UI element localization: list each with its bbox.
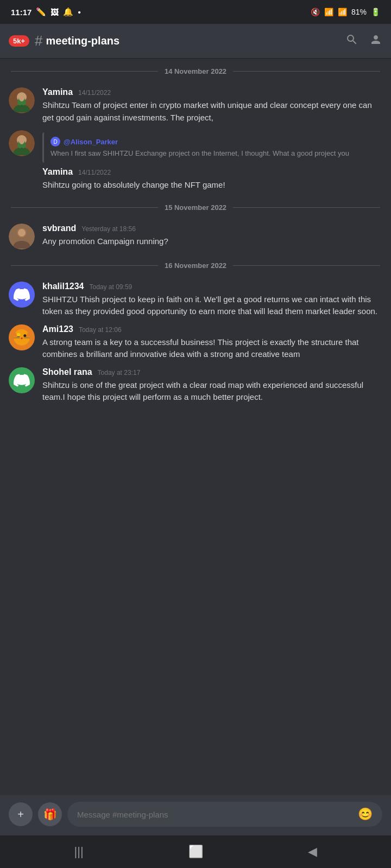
svg-point-6: [18, 229, 26, 237]
header-actions: [345, 33, 382, 49]
message-2-author: Yamina: [42, 167, 73, 177]
avatar-shohel: [9, 367, 35, 393]
message-6-author: Shohel rana: [42, 367, 92, 377]
reply-block: D @Alison_Parker When I first saw SHIHTZ…: [42, 132, 382, 163]
message-2-content: D @Alison_Parker When I first saw SHIHTZ…: [42, 130, 382, 192]
edit-icon: ✏️: [36, 7, 46, 17]
time-display: 11:17: [11, 8, 31, 17]
search-icon[interactable]: [345, 33, 358, 49]
message-3-author: svbrand: [42, 224, 76, 233]
message-5-text: A strong team is a key to a successful b…: [42, 336, 382, 361]
message-5-timestamp: Today at 12:06: [79, 326, 122, 334]
message-1-content: Yamina 14/11/2022 Shihtzu Team of projec…: [42, 87, 382, 124]
input-area: + 🎁 😊: [0, 795, 391, 835]
divider-line-left: [11, 71, 158, 72]
message-2-timestamp: 14/11/2022: [78, 169, 111, 176]
message-1-text: Shihtzu Team of project enter in crypto …: [42, 99, 382, 124]
message-3-timestamp: Yesterday at 18:56: [81, 225, 136, 233]
chat-area: 14 November 2022 Yamina 14/11/2022 Shiht…: [0, 59, 391, 795]
plus-icon: +: [17, 808, 24, 821]
avatar-khalil: [9, 282, 35, 308]
message-input-wrap[interactable]: 😊: [67, 802, 382, 827]
message-4-header: khalil1234 Today at 09:59: [42, 282, 382, 291]
date-divider-nov15: 15 November 2022: [0, 195, 391, 220]
message-5: Ami123 Today at 12:06 A strong team is a…: [0, 321, 391, 364]
message-6: Shohel rana Today at 23:17 Shihtzu is on…: [0, 364, 391, 407]
svg-point-12: [23, 334, 26, 337]
menu-nav-icon[interactable]: |||: [74, 845, 83, 859]
notification-badge: 5k+: [9, 35, 29, 47]
message-5-author: Ami123: [42, 324, 73, 334]
battery-display: 81%: [351, 8, 367, 16]
message-6-text: Shihtzu is one of the great project with…: [42, 379, 382, 404]
gift-icon: 🎁: [43, 808, 57, 821]
dot-icon: •: [78, 8, 80, 17]
message-1-author: Yamina: [42, 87, 73, 97]
message-2-header: Yamina 14/11/2022: [42, 167, 382, 177]
message-1-header: Yamina 14/11/2022: [42, 87, 382, 97]
avatar-yamina-2: [9, 130, 35, 156]
reply-text: When I first saw SHIHTZU Exchange projec…: [51, 149, 376, 158]
home-nav-icon[interactable]: ⬜: [188, 845, 203, 859]
message-6-header: Shohel rana Today at 23:17: [42, 367, 382, 377]
message-input[interactable]: [77, 810, 352, 819]
date-label-nov15: 15 November 2022: [165, 203, 226, 212]
bell-icon: 🔔: [63, 7, 73, 17]
message-4-timestamp: Today at 09:59: [90, 283, 133, 291]
message-2-text: Shihtzu going to absolutely change the N…: [42, 179, 382, 192]
status-left: 11:17 ✏️ 🖼 🔔 •: [11, 7, 81, 17]
avatar-yamina-1: [9, 87, 35, 113]
mute-icon: 🔇: [311, 8, 320, 16]
message-6-timestamp: Today at 23:17: [98, 369, 141, 376]
message-1-timestamp: 14/11/2022: [78, 89, 111, 97]
emoji-button[interactable]: 😊: [358, 807, 373, 821]
message-3-text: Any promotion Campaign running?: [42, 235, 382, 248]
divider-line-right-2: [233, 207, 380, 208]
message-4: khalil1234 Today at 09:59 SHIHTZU Thish …: [0, 278, 391, 321]
message-4-author: khalil1234: [42, 282, 84, 291]
date-divider-nov14: 14 November 2022: [0, 59, 391, 84]
date-label-nov14: 14 November 2022: [165, 67, 226, 75]
message-1: Yamina 14/11/2022 Shihtzu Team of projec…: [0, 84, 391, 127]
channel-title: meeting-plans: [46, 35, 345, 47]
message-6-content: Shohel rana Today at 23:17 Shihtzu is on…: [42, 367, 382, 404]
image-icon: 🖼: [51, 8, 59, 17]
message-3-header: svbrand Yesterday at 18:56: [42, 224, 382, 233]
nav-bar: ||| ⬜ ◀: [0, 835, 391, 868]
date-divider-nov16: 16 November 2022: [0, 253, 391, 278]
reply-author: @Alison_Parker: [64, 138, 118, 146]
reply-discord-icon: D: [51, 137, 60, 146]
message-3: svbrand Yesterday at 18:56 Any promotion…: [0, 220, 391, 253]
message-5-header: Ami123 Today at 12:06: [42, 324, 382, 334]
message-4-text: SHIHTZU Thish project to keep in faith o…: [42, 293, 382, 318]
gift-button[interactable]: 🎁: [38, 802, 62, 826]
message-3-content: svbrand Yesterday at 18:56 Any promotion…: [42, 224, 382, 248]
channel-header: 5k+ # meeting-plans: [0, 24, 391, 59]
divider-line-right: [233, 71, 380, 72]
back-nav-icon[interactable]: ◀: [308, 845, 317, 859]
divider-line-left-3: [11, 265, 158, 266]
hash-icon: #: [35, 33, 42, 49]
svg-point-16: [17, 333, 21, 336]
status-bar: 11:17 ✏️ 🖼 🔔 • 🔇 📶 📶 81% 🔋: [0, 0, 391, 24]
profile-icon[interactable]: [369, 33, 382, 49]
wifi-icon: 📶: [324, 8, 333, 16]
svg-point-13: [21, 337, 22, 339]
divider-line-left-2: [11, 207, 158, 208]
avatar-ami: [9, 324, 35, 350]
add-button[interactable]: +: [9, 802, 33, 826]
message-5-content: Ami123 Today at 12:06 A strong team is a…: [42, 324, 382, 361]
battery-icon: 🔋: [371, 8, 380, 16]
divider-line-right-3: [233, 265, 380, 266]
reply-header: D @Alison_Parker: [51, 137, 376, 146]
message-4-content: khalil1234 Today at 09:59 SHIHTZU Thish …: [42, 282, 382, 318]
date-label-nov16: 16 November 2022: [165, 261, 226, 270]
status-right: 🔇 📶 📶 81% 🔋: [311, 8, 380, 16]
message-2: D @Alison_Parker When I first saw SHIHTZ…: [0, 127, 391, 195]
signal-icon: 📶: [338, 8, 347, 16]
avatar-svbrand: [9, 224, 35, 250]
